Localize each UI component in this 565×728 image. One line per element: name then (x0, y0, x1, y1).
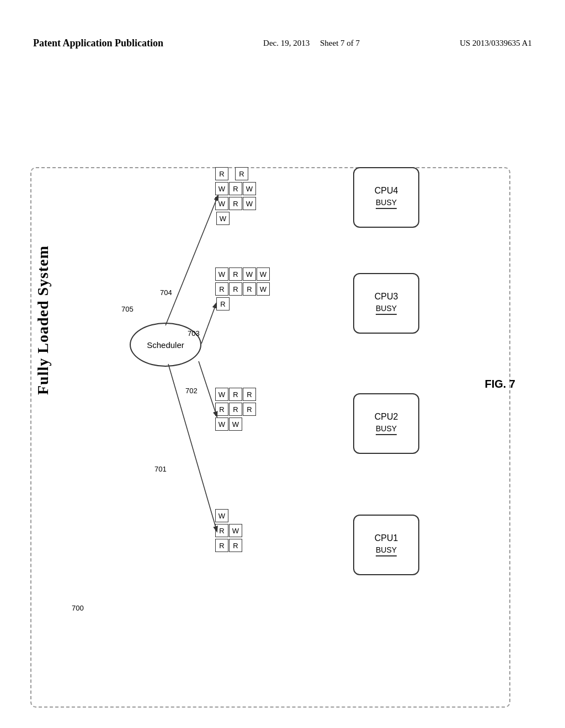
queue-cpu4: R R W R W W R W W (215, 167, 256, 226)
cpu4-box: CPU4 BUSY (353, 167, 419, 228)
fully-loaded-system-label: Fully Loaded System (34, 245, 52, 395)
cpu2-box: CPU2 BUSY (353, 393, 419, 454)
cpu4-label: CPU4 (375, 186, 398, 196)
ref-label-702: 702 (185, 387, 198, 395)
date-sheet-label: Dec. 19, 2013 Sheet 7 of 7 (263, 36, 360, 50)
cpu1-label: CPU1 (375, 533, 398, 543)
cpu1-busy: BUSY (376, 545, 397, 556)
outer-boundary-box (30, 167, 510, 708)
patent-number-label: US 2013/0339635 A1 (460, 36, 532, 50)
publication-label: Patent Application Publication (33, 36, 163, 50)
cpu3-box: CPU3 BUSY (353, 273, 419, 334)
cpu3-label: CPU3 (375, 292, 398, 302)
ref-label-700: 700 (72, 604, 84, 612)
queue-cpu1: W R W R R (215, 509, 242, 553)
cpu4-busy: BUSY (376, 198, 397, 209)
cpu2-busy: BUSY (376, 424, 397, 435)
page-header: Patent Application Publication Dec. 19, … (0, 36, 565, 50)
cpu3-busy: BUSY (376, 304, 397, 315)
cpu2-label: CPU2 (375, 412, 398, 422)
ref-label-704: 704 (160, 288, 172, 297)
fig-label: FIG. 7 (484, 378, 515, 390)
queue-cpu2: W R R R R R W W (215, 388, 256, 432)
ref-label-701: 701 (154, 465, 167, 473)
diagram-area: Fully Loaded System 700 Scheduler 705 CP… (0, 85, 565, 728)
ref-label-703: 703 (188, 329, 200, 338)
ref-label-705: 705 (121, 305, 134, 313)
queue-cpu3: W R W W R R R W R (215, 267, 270, 312)
cpu1-box: CPU1 BUSY (353, 515, 419, 575)
